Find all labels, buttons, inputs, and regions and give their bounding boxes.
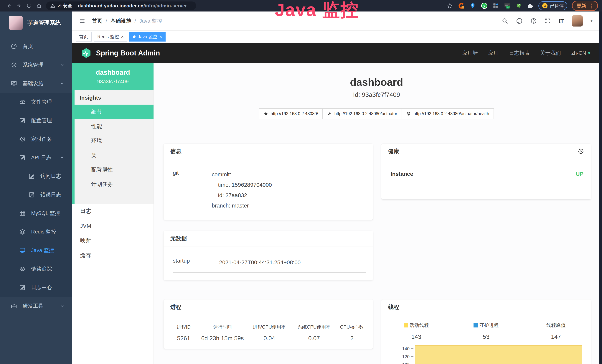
bookmark-star-icon[interactable]	[446, 2, 453, 9]
card-process-title: 进程	[163, 300, 373, 315]
close-icon[interactable]: ×	[160, 34, 162, 39]
layers-icon	[19, 229, 26, 235]
pin-extension-icon[interactable]	[469, 2, 476, 9]
history-icon[interactable]	[578, 148, 584, 155]
browser-reload-icon[interactable]	[24, 1, 34, 10]
svg-text:y: y	[483, 4, 485, 8]
fullscreen-icon[interactable]	[545, 18, 551, 24]
sidebar-item-mysql-monitor[interactable]: MySQL 监控	[0, 204, 72, 223]
sidebar-item-infrastructure[interactable]: 基础设施	[0, 74, 72, 93]
sba-nav-about[interactable]: 关于我们	[540, 50, 561, 57]
sba-menu-classes[interactable]: 类	[72, 148, 153, 162]
metadata-key: startup	[173, 257, 219, 268]
log-edit-icon	[19, 154, 26, 161]
threads-legend: 活动线程 守护进程 线程峰值	[381, 322, 591, 329]
sidebar-item-tracing[interactable]: 链路追踪	[0, 260, 72, 278]
address-bar[interactable]: 不安全 dashboard.yudao.iocoder.cn/infra/adm…	[46, 1, 196, 10]
sidebar-item-error-logs[interactable]: 错误日志	[0, 185, 72, 204]
legend-peak-threads: 线程峰值	[521, 322, 591, 329]
sidebar-item-config-management[interactable]: 配置管理	[0, 111, 72, 130]
threads-chart: 140 120 100	[389, 344, 582, 364]
y-extension-icon[interactable]: y	[481, 2, 488, 9]
sba-menu-jvm[interactable]: JVM	[72, 218, 153, 233]
sidebar-item-redis-monitor[interactable]: Redis 监控	[0, 223, 72, 241]
avatar-caret-icon[interactable]: ▾	[591, 19, 592, 23]
sidebar-item-log-center[interactable]: 日志中心	[0, 278, 72, 297]
instance-links: http://192.168.0.2:48080/ http://192.168…	[154, 108, 599, 119]
info-git-row: git commit: time: 1596289704000 id: 27aa…	[173, 169, 366, 216]
info-value: commit: time: 1596289704000 id: 27aa832 …	[212, 169, 366, 211]
sba-menu-environment[interactable]: 环境	[72, 134, 153, 148]
sba-menu-details[interactable]: 细节	[72, 105, 153, 119]
card-info-title: 信息	[163, 144, 373, 159]
sidebar-item-home[interactable]: 首页	[0, 37, 72, 56]
github-icon[interactable]	[516, 18, 523, 24]
sba-menu-metrics[interactable]: 性能	[72, 119, 153, 134]
browser-menu-icon[interactable]: ⋮	[589, 3, 594, 9]
sidebar-item-dev-tools[interactable]: 研发工具	[0, 297, 72, 315]
sba-menu-config-props[interactable]: 配置属性	[72, 162, 153, 177]
process-table-headers: 进程ID 运行时间 进程CPU使用率 系统CPU使用率 CPU核心数	[169, 324, 368, 330]
sidebar-item-system-management[interactable]: 系统管理	[0, 56, 72, 74]
instance-home-link[interactable]: http://192.168.0.2:48080/	[259, 108, 323, 119]
hamburger-icon[interactable]	[79, 17, 86, 24]
chevron-down-icon	[60, 63, 64, 67]
user-avatar[interactable]	[572, 15, 583, 27]
y-tick-140: 140	[389, 346, 409, 351]
colorzilla-extension-icon[interactable]	[458, 2, 465, 9]
puzzle-extensions-icon[interactable]	[527, 2, 534, 9]
help-icon[interactable]	[530, 18, 537, 24]
legend-live-threads: 活动线程	[381, 322, 451, 329]
tab-redis-monitor[interactable]: Redis 监控 ×	[94, 32, 127, 42]
breadcrumb-home[interactable]: 首页	[92, 17, 102, 24]
card-health: 健康 Instance UP	[381, 144, 591, 199]
tab-home[interactable]: 首页	[76, 32, 92, 42]
url-divider	[75, 3, 75, 8]
sba-nav-wallboard[interactable]: 应用墙	[462, 50, 478, 57]
navbar-actions: tT ▾	[502, 15, 592, 27]
sba-app-header[interactable]: dashboard 93a3fc7f7409	[72, 63, 153, 90]
sba-menu-mappings[interactable]: 映射	[72, 233, 153, 248]
profile-paused-badge[interactable]: 已暂停	[538, 1, 567, 10]
sidebar-item-access-logs[interactable]: 访问日志	[0, 167, 72, 185]
svg-text:on: on	[507, 6, 509, 8]
instance-actuator-link[interactable]: http://192.168.0.2:48080/actuator	[322, 108, 402, 119]
sba-instance-id: 93a3fc7f7409	[74, 79, 152, 85]
browser-forward-icon[interactable]	[14, 1, 24, 10]
sba-nav-applications[interactable]: 应用	[488, 50, 499, 57]
breadcrumb-infrastructure[interactable]: 基础设施	[110, 17, 131, 24]
close-icon[interactable]: ×	[121, 34, 124, 39]
sidebar-item-api-logs[interactable]: API 日志	[0, 148, 72, 167]
sidebar-logo-row[interactable]: 芋道管理系统	[0, 11, 72, 34]
sidebar-item-file-management[interactable]: 文件管理	[0, 93, 72, 111]
sba-locale-select[interactable]: zh-CN ▾	[571, 50, 590, 56]
chevron-up-icon	[60, 81, 64, 86]
onetab-extension-icon[interactable]: on	[504, 2, 511, 9]
table-icon	[19, 210, 26, 216]
sidebar-item-scheduled-tasks[interactable]: 定时任务	[0, 130, 72, 148]
card-info: 信息 git commit: time: 1596289704000 id: 2…	[163, 144, 373, 220]
sidebar-submenu-infrastructure: 文件管理 配置管理 定时任务 API 日志 访问日志	[0, 93, 72, 297]
instance-health-link[interactable]: http://192.168.0.2:48080/actuator/health	[402, 108, 494, 119]
leaf-extension-icon[interactable]	[516, 2, 522, 9]
live-threads-area	[415, 345, 582, 364]
sba-menu-caches[interactable]: 缓存	[72, 248, 153, 263]
breadcrumb-separator: /	[106, 18, 107, 24]
browser-update-button[interactable]: 更新 ⋮	[572, 1, 598, 11]
text-size-icon[interactable]: tT	[559, 18, 564, 24]
history-icon	[19, 136, 26, 142]
sba-menu-scheduled-tasks[interactable]: 计划任务	[72, 177, 153, 191]
chevron-down-icon: ▾	[588, 50, 590, 56]
browser-home-icon[interactable]	[34, 1, 44, 10]
sba-logo-icon	[81, 48, 92, 58]
grid-extension-icon[interactable]	[493, 2, 499, 9]
legend-daemon-threads: 守护进程	[451, 322, 521, 329]
peak-threads-value: 147	[521, 333, 591, 340]
sba-menu-logs[interactable]: 日志	[72, 203, 153, 218]
sidebar-menu: 首页 系统管理 基础设施 文件管理 配置管理	[0, 34, 72, 364]
browser-back-icon[interactable]	[4, 1, 14, 10]
search-icon[interactable]	[502, 18, 508, 24]
sba-nav-journal[interactable]: 日志报表	[509, 50, 530, 57]
tab-java-monitor[interactable]: Java 监控 ×	[129, 32, 166, 42]
sidebar-item-java-monitor[interactable]: Java 监控	[0, 241, 72, 260]
